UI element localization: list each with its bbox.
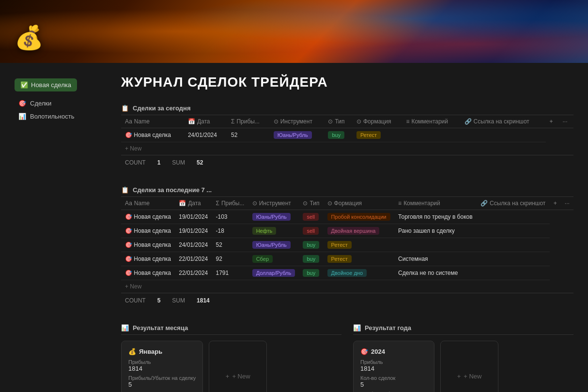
row-comment: Системная [394,252,477,266]
row-comment: Сделка не по системе [394,266,477,280]
main-content: ЖУРНАЛ СДЕЛОК ТРЕЙДЕРА 📋 Сделки за сегод… [121,75,573,392]
today-col-type: ⊙Тип [324,115,353,128]
row-instrument: Нефть [248,224,299,238]
sdelki-label: Сделки [30,100,51,107]
row-instrument: Юань/Рубль [270,128,325,142]
week-title: Сделки за последние 7 ... [133,186,212,194]
year-card-title: 🎯 2024 [360,348,427,355]
week-col-formation: ⊙Формация [324,197,395,210]
today-section-header: 📋 Сделки за сегодня [121,102,573,115]
week-sum-value: 1814 [197,297,210,304]
row-name: 🎯 Новая сделка [121,238,175,252]
row-instrument: Юань/Рубль [248,238,299,252]
row-formation: Двойное дно [324,266,395,280]
week-col-type: ⊙Тип [299,197,323,210]
today-col-more[interactable]: ··· [559,115,574,128]
month-result-icon: 📊 [121,324,129,332]
month-card[interactable]: 💰 Январь Прибыль 1814 Прибыль/Убыток на … [121,341,203,392]
row-type: sell [299,224,323,238]
sdelki-icon: 🎯 [18,100,26,107]
month-result-title: Результат месяца [133,324,188,332]
today-col-link: 🔗Ссылка на скриншот [461,115,546,128]
week-icon: 📋 [121,186,129,194]
month-profit-value: 1814 [128,365,196,372]
today-count-label: COUNT [125,159,146,166]
month-card-icon: 💰 [128,348,136,355]
row-name: 🎯 Новая сделка [121,224,175,238]
row-profit: 52 [227,128,270,142]
table-row[interactable]: 🎯 Новая сделка 22/01/2024 1791 Доллар/Ру… [121,266,573,280]
row-type: buy [299,238,323,252]
row-date: 24/01/2024 [175,238,212,252]
row-name: 🎯 Новая сделка [121,128,184,142]
table-row[interactable]: 🎯 Новая сделка 24/01/2024 52 Юань/Рубль … [121,238,573,252]
sidebar-item-sdelki[interactable]: 🎯 Сделки [15,97,121,109]
table-row[interactable]: 🎯 Новая сделка 22/01/2024 92 Сбер buy Ре… [121,252,573,266]
month-card-title: 💰 Январь [128,348,196,355]
row-instrument: Доллар/Рубль [248,266,299,280]
row-name: 🎯 Новая сделка [121,266,175,280]
today-col-instrument: ⊙Инструмент [270,115,325,128]
sidebar-item-volatility[interactable]: 📊 Волотильность [15,110,121,122]
month-profit-label: Прибыль [128,359,196,365]
row-link [477,238,550,252]
row-profit: -103 [212,210,248,224]
today-title: Сделки за сегодня [133,105,191,112]
month-pnl-label: Прибыль/Убыток на сделку [128,375,196,381]
year-new-card[interactable]: + + New [440,341,498,392]
today-col-add[interactable]: + [546,115,559,128]
today-table: АаName 📅Дата ΣПрибы... ⊙Инструмент ⊙Тип … [121,115,573,142]
new-trade-button[interactable]: ✅ Новая сделка [15,78,77,91]
today-icon: 📋 [121,105,129,112]
year-card[interactable]: 🎯 2024 Прибыль 1814 Кол-во сделок 5 Приб… [353,341,434,392]
table-row[interactable]: 🎯 Новая сделка 19/01/2024 -103 Юань/Рубл… [121,210,573,224]
row-instrument: Юань/Рубль [248,210,299,224]
table-row[interactable]: 🎯 Новая сделка 19/01/2024 -18 Нефть sell… [121,224,573,238]
today-col-date: 📅Дата [184,115,227,128]
year-pnl-value: 5 [360,381,427,388]
row-profit: -18 [212,224,248,238]
month-new-label: + New [232,373,250,380]
today-section: 📋 Сделки за сегодня АаName 📅Дата ΣПрибы.… [121,102,573,170]
today-sum-value: 52 [197,159,203,166]
year-result-icon: 📊 [353,324,361,332]
row-type: buy [324,128,353,142]
today-add-row[interactable]: + New [121,142,573,155]
month-result-section: 📊 Результат месяца 💰 Январь Прибыль 1814… [121,321,341,392]
week-footer: COUNT 5 SUM 1814 [121,293,573,308]
row-link [477,210,550,224]
today-footer: COUNT 1 SUM 52 [121,155,573,170]
row-link [477,266,550,280]
week-count-value: 5 [157,297,161,304]
row-instrument: Сбер [248,252,299,266]
week-col-add[interactable]: + [550,197,561,210]
year-cards-row: 🎯 2024 Прибыль 1814 Кол-во сделок 5 Приб… [353,341,573,392]
month-cards-row: 💰 Январь Прибыль 1814 Прибыль/Убыток на … [121,341,341,392]
today-col-name: АаName [121,115,184,128]
row-name: 🎯 Новая сделка [121,252,175,266]
row-profit: 1791 [212,266,248,280]
row-link [477,224,550,238]
month-result-header: 📊 Результат месяца [121,321,341,335]
row-name: 🎯 Новая сделка [121,210,175,224]
week-col-instrument: ⊙Инструмент [248,197,299,210]
week-col-more[interactable]: ··· [561,197,573,210]
today-col-profit: ΣПрибы... [227,115,270,128]
row-formation: Ретест [353,128,402,142]
year-pnl-label: Кол-во сделок [360,375,427,381]
week-add-row[interactable]: + New [121,280,573,293]
month-pnl-value: 5 [128,381,196,388]
row-formation: Ретест [324,238,395,252]
page-title: ЖУРНАЛ СДЕЛОК ТРЕЙДЕРА [121,75,573,90]
week-col-link: 🔗Ссылка на скриншот [477,197,550,210]
row-comment [394,238,477,252]
month-new-card[interactable]: + + New [209,341,267,392]
row-type: buy [299,266,323,280]
volatility-icon: 📊 [18,113,26,120]
sidebar: ✅ Новая сделка 🎯 Сделки 📊 Волотильность [15,75,121,392]
week-table-wrapper: АаName 📅Дата ΣПрибы... ⊙Инструмент ⊙Тип … [121,197,573,308]
year-result-section: 📊 Результат года 🎯 2024 Прибыль 1814 Кол… [353,321,573,392]
row-formation: Ретест [324,252,395,266]
year-card-name: 2024 [371,348,385,355]
table-row[interactable]: 🎯 Новая сделка 24/01/2024 52 Юань/Рубль … [121,128,573,142]
